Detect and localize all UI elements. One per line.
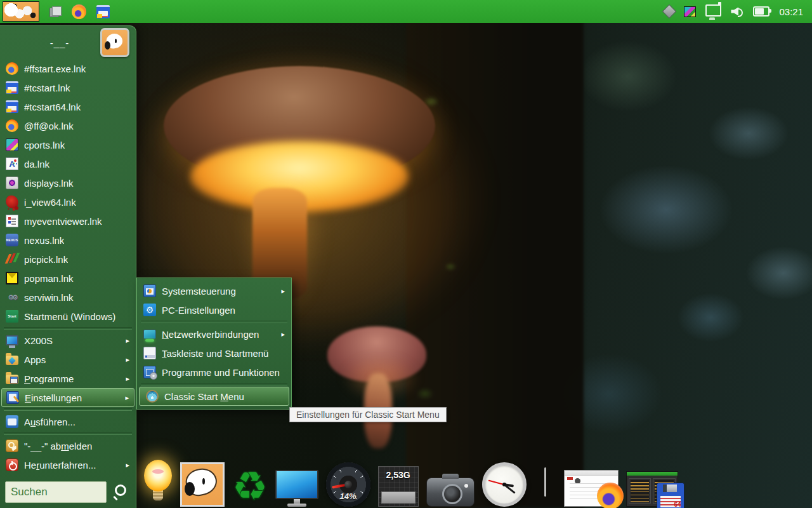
snoopy-picture-icon[interactable] [3,1,39,22]
bulb-base [153,490,163,500]
item-label: Programme und Funktionen [162,367,280,378]
firefox-window-preview[interactable] [564,470,619,507]
submenu-item-taskleiste[interactable]: Taskleiste und Startmenü [137,344,291,363]
logoff-menu-item[interactable]: "-__-" abmelden [0,436,136,455]
start-menu-item-serviwin[interactable]: serviwin.lnk [0,288,136,307]
start-menu-item-myeventviewer[interactable]: myeventviewer.lnk [0,211,136,231]
monitor-neck [294,499,300,504]
item-label: @ff@ok.lnk [24,121,74,131]
item-label: Ausführen... [24,417,75,427]
camera-dock-icon[interactable] [426,472,475,507]
start-menu-folder-apps[interactable]: Apps [0,350,136,369]
analog-clock-dock-icon[interactable] [482,462,527,507]
monitor-base [287,504,306,507]
submenu-item-netzwerkverbindungen[interactable]: Netzwerkverbindungen [137,324,291,344]
start-menu-search-area [0,478,136,508]
display-settings-tray-icon[interactable] [684,6,696,17]
total-commander-icon[interactable] [96,5,110,18]
network-icon[interactable] [705,4,721,17]
submenu-item-pc-einstellungen[interactable]: PC-Einstellungen [137,300,291,319]
item-label: #tcstart64.lnk [24,102,81,112]
clock-second-hand [488,480,504,485]
apps-folder-icon [6,356,18,365]
camera-lens [442,484,462,504]
monitor-dock-icon[interactable] [275,470,318,507]
ram-widget-dock-icon[interactable]: 2,53G [378,466,419,507]
power-icon [6,458,18,471]
user-avatar[interactable] [100,28,129,57]
system-tray: 03:21 [664,6,812,17]
start-menu-item-ffstart[interactable]: #ffstart.exe.lnk [0,59,136,78]
taskbar: 03:21 [0,0,812,23]
item-label: nexus.lnk [24,235,64,246]
taskbar-left [0,1,110,22]
item-label: myeventviewer.lnk [24,216,102,227]
monitor-screen [275,470,318,499]
item-label: da.lnk [24,159,49,170]
camera-body [426,478,475,507]
dock: ♻ 14% 2,53G [143,460,678,507]
cpu-percent-label: 14% [326,491,370,501]
firefox-icon[interactable] [72,4,86,19]
cpu-gauge-dock-icon[interactable]: 14% [326,462,370,507]
search-icon[interactable] [112,483,131,502]
nexus-icon [6,234,18,246]
battery-icon[interactable] [753,6,769,17]
item-label: #tcstart.lnk [24,83,70,93]
programs-folder-icon [6,375,18,384]
ram-size-label: 2,53G [379,470,418,480]
show-desktop-icon[interactable] [49,6,62,17]
start-menu-item-cports[interactable]: cports.lnk [0,135,136,154]
item-label: displays.lnk [24,178,74,189]
taskbar-clock[interactable]: 03:21 [779,6,803,17]
key-icon [6,439,18,452]
tc-left-pane [629,478,651,504]
total-commander-window-preview[interactable]: 64 [626,471,678,507]
bulb-globe [144,460,172,491]
page-logo [575,478,580,484]
snoopy-dock-icon[interactable] [180,462,225,507]
search-input[interactable] [5,481,107,503]
start-menu-item-startmenu-windows[interactable]: Startmenü (Windows) [0,307,136,326]
item-label: cports.lnk [24,140,65,150]
submenu-item-classic-start-menu[interactable]: Classic Start Menu [139,387,289,406]
start-menu-folder-einstellungen[interactable]: Einstellungen [1,388,134,407]
lightbulb-dock-icon[interactable] [143,460,173,507]
start-menu-folder-x200s[interactable]: X200S [0,331,136,350]
programs-features-icon [143,366,156,378]
popman-icon [6,272,18,284]
submenu-item-systemsteuerung[interactable]: Systemsteuerung [137,281,291,300]
diamond-tray-icon[interactable] [662,4,677,19]
username-label: -__- [0,37,100,48]
network-connections-icon [143,330,156,339]
run-menu-item[interactable]: Ausführen... [0,412,136,431]
recycle-bin-dock-icon[interactable]: ♻ [232,466,268,507]
irfanview-icon [4,194,20,210]
start-menu-item-popman[interactable]: popman.lnk [0,269,136,288]
start-menu-item-displays[interactable]: displays.lnk [0,173,136,192]
item-label: Taskleiste und Startmenü [162,348,268,359]
firefox-icon [6,62,18,75]
gauge-hub [344,481,352,488]
start-menu-item-iview64[interactable]: i_view64.lnk [0,192,136,211]
item-label: #ffstart.exe.lnk [24,64,86,74]
start-menu-item-nexus[interactable]: nexus.lnk [0,231,136,250]
shutdown-menu-item[interactable]: Herunterfahren... [0,455,136,474]
volume-icon[interactable] [731,6,743,17]
cports-icon [6,138,18,151]
start-menu-item-tcstart64[interactable]: #tcstart64.lnk [0,97,136,116]
menu-separator [4,432,132,435]
floppy-64-label: 64 [674,501,681,508]
start-menu-item-tcstart[interactable]: #tcstart.lnk [0,78,136,97]
submenu-item-programme-funktionen[interactable]: Programme und Funktionen [137,363,291,382]
start-menu-item-da[interactable]: da.lnk [0,154,136,173]
ram-usage-bar [381,491,416,504]
taskbar-startmenu-icon [143,347,156,359]
settings-icon [6,391,19,404]
event-viewer-icon [6,215,18,227]
start-menu-item-ffok[interactable]: @ff@ok.lnk [0,116,136,135]
start-menu-folder-programme[interactable]: Programme [0,369,136,388]
monitor-icon [6,335,18,345]
start-menu-item-picpick[interactable]: picpick.lnk [0,250,136,269]
item-label: Systemsteuerung [162,286,236,297]
